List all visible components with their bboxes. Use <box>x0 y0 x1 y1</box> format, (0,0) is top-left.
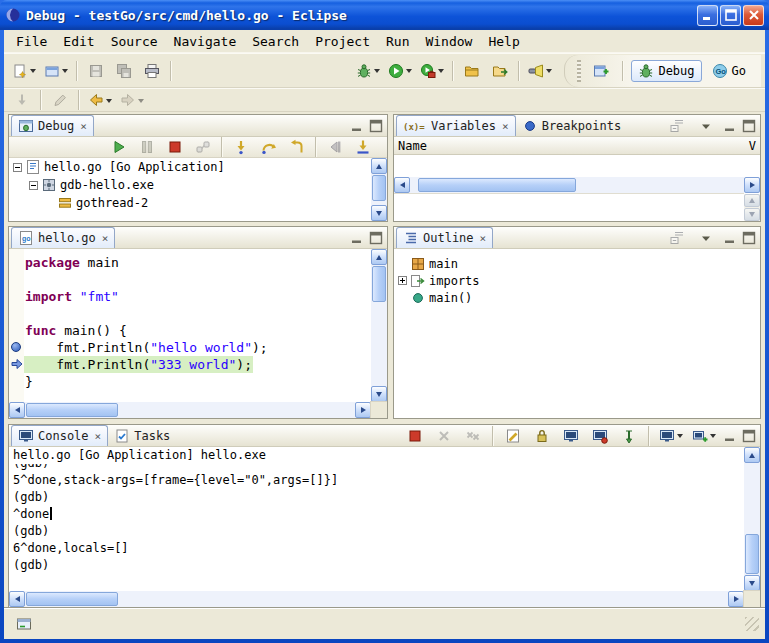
expander-plus-icon[interactable] <box>398 276 407 285</box>
close-button[interactable] <box>743 5 764 26</box>
scrollbar-thumb[interactable] <box>745 534 759 574</box>
tab-console[interactable]: Console× <box>11 425 108 446</box>
forward-button[interactable] <box>117 89 147 111</box>
resume-button[interactable] <box>106 137 132 158</box>
horizontal-scrollbar[interactable] <box>394 177 760 193</box>
tab-outline[interactable]: Outline× <box>396 227 493 248</box>
remove-launch-button[interactable] <box>431 425 457 446</box>
tab-tasks[interactable]: Tasks <box>108 425 176 446</box>
tab-breakpoints[interactable]: Breakpoints <box>516 115 627 136</box>
minimize-view-button[interactable] <box>721 118 739 134</box>
display-console-button[interactable] <box>656 425 686 446</box>
step-return-button[interactable] <box>284 137 310 158</box>
vertical-scrollbar[interactable] <box>744 194 760 221</box>
step-over-button[interactable] <box>256 137 282 158</box>
horizontal-scrollbar[interactable] <box>9 402 371 418</box>
close-view-icon[interactable]: × <box>102 233 109 244</box>
open-file-button[interactable] <box>487 58 513 84</box>
open-perspective-button[interactable] <box>588 58 614 84</box>
menu-project[interactable]: Project <box>307 32 378 51</box>
minimize-button[interactable] <box>697 5 718 26</box>
debug-tree-item[interactable]: gdb-hello.exe <box>9 176 371 194</box>
variable-detail-pane[interactable] <box>394 193 744 221</box>
maximize-view-button[interactable] <box>740 428 758 444</box>
close-view-icon[interactable]: × <box>480 233 487 244</box>
view-menu-button[interactable] <box>693 227 719 248</box>
show-stderr-button[interactable] <box>587 425 613 446</box>
new-project-button[interactable] <box>41 58 71 84</box>
code-line[interactable] <box>24 271 371 288</box>
drop-to-frame-button[interactable] <box>322 137 348 158</box>
print-button[interactable] <box>139 58 165 84</box>
scrollbar-thumb[interactable] <box>26 592 118 606</box>
maximize-view-button[interactable] <box>740 118 758 134</box>
scroll-up-button[interactable] <box>744 194 760 207</box>
code-line[interactable]: import "fmt" <box>24 288 371 305</box>
close-view-icon[interactable]: × <box>502 121 509 132</box>
new-wizard-button[interactable] <box>9 58 39 84</box>
use-step-filters-button[interactable] <box>350 137 376 158</box>
next-annotation-button[interactable] <box>9 89 35 111</box>
code-line[interactable]: } <box>24 373 371 390</box>
horizontal-scrollbar[interactable] <box>9 591 744 607</box>
minimize-view-button[interactable] <box>721 230 739 246</box>
scroll-up-button[interactable] <box>371 158 387 174</box>
maximize-view-button[interactable] <box>367 118 385 134</box>
scroll-down-button[interactable] <box>371 386 387 402</box>
tab-variables[interactable]: (x)=Variables× <box>396 115 516 136</box>
scroll-up-button[interactable] <box>371 249 387 265</box>
perspective-bar-handle[interactable] <box>577 60 581 82</box>
editor-annotation-ruler[interactable] <box>9 249 25 402</box>
menu-run[interactable]: Run <box>378 32 417 51</box>
menu-window[interactable]: Window <box>417 32 480 51</box>
external-tools-button[interactable] <box>417 58 447 84</box>
terminate-button[interactable] <box>162 137 188 158</box>
suspend-button[interactable] <box>134 137 160 158</box>
resize-grip[interactable] <box>745 617 759 631</box>
collapse-all-button[interactable] <box>664 227 690 248</box>
scroll-right-button[interactable] <box>728 591 744 607</box>
close-view-icon[interactable]: × <box>95 431 102 442</box>
vertical-scrollbar[interactable] <box>371 158 387 221</box>
scroll-down-button[interactable] <box>744 575 760 591</box>
minimize-view-button[interactable] <box>348 230 366 246</box>
variables-table[interactable] <box>394 155 760 177</box>
debug-button[interactable] <box>353 58 383 84</box>
outline-item[interactable]: main <box>394 255 760 272</box>
minimize-view-button[interactable] <box>721 428 739 444</box>
code-line[interactable]: fmt.Println("hello world"); <box>24 339 371 356</box>
terminate-button[interactable] <box>402 425 428 446</box>
maximize-view-button[interactable] <box>740 230 758 246</box>
variables-column-header[interactable]: Name V <box>394 137 760 155</box>
view-menu-button[interactable] <box>693 115 719 136</box>
maximize-view-button[interactable] <box>367 230 385 246</box>
scroll-left-button[interactable] <box>9 591 25 607</box>
back-button[interactable] <box>85 89 115 111</box>
scroll-up-button[interactable] <box>744 447 760 463</box>
editor-code-area[interactable]: package main import "fmt" func main() { … <box>24 249 371 402</box>
open-console-button[interactable] <box>689 425 719 446</box>
code-line[interactable]: fmt.Println("333 world"); <box>24 356 371 373</box>
scrollbar-thumb[interactable] <box>372 266 386 302</box>
perspective-go[interactable]: GoGo <box>705 60 753 82</box>
scrollbar-thumb[interactable] <box>418 178 576 192</box>
code-line[interactable]: func main() { <box>24 322 371 339</box>
save-all-button[interactable] <box>111 58 137 84</box>
menu-edit[interactable]: Edit <box>55 32 102 51</box>
debug-tree-item[interactable]: hello.go [Go Application] <box>9 158 371 176</box>
tab-debug[interactable]: Debug× <box>11 115 94 136</box>
code-line[interactable] <box>24 305 371 322</box>
menu-help[interactable]: Help <box>480 32 527 51</box>
scroll-left-button[interactable] <box>9 402 25 418</box>
menu-navigate[interactable]: Navigate <box>166 32 245 51</box>
menu-source[interactable]: Source <box>103 32 166 51</box>
vertical-scrollbar[interactable] <box>371 249 387 402</box>
debug-tree-item[interactable]: gothread-2 <box>9 194 371 212</box>
scroll-down-button[interactable] <box>371 205 387 221</box>
scrollbar-thumb[interactable] <box>26 403 118 417</box>
scrollbar-thumb[interactable] <box>372 175 386 201</box>
expander-minus-icon[interactable] <box>29 181 38 190</box>
titlebar[interactable]: Debug - testGo/src/cmd/hello.go - Eclips… <box>0 0 769 30</box>
view-menu-button[interactable] <box>378 137 388 158</box>
perspective-debug[interactable]: Debug <box>631 60 701 82</box>
